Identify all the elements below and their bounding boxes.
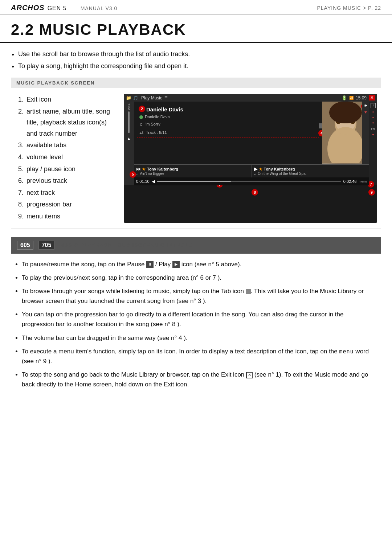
header-right: PLAYING MUSIC > P. 22 bbox=[317, 5, 381, 11]
right-dots-1: ● bbox=[372, 110, 374, 114]
progress-fill bbox=[157, 181, 231, 182]
manual-label: MANUAL V3.0 bbox=[81, 5, 118, 11]
mockup-artist-row: ★ Danielle Davis bbox=[139, 106, 317, 112]
next-artist-name: Tony Kaltenberg bbox=[264, 167, 295, 171]
num-4: 4. bbox=[15, 152, 24, 163]
signal-icon: 📶 bbox=[349, 96, 354, 100]
shuffle-icon: ⇄ bbox=[139, 130, 144, 135]
menu-label[interactable]: menu bbox=[359, 180, 367, 183]
page-title-section: 2.2 MUSIC PLAYBACK bbox=[0, 15, 392, 43]
skip-end-icon[interactable]: ⏭ bbox=[371, 127, 375, 131]
brand-name: ARCHOS bbox=[11, 4, 45, 12]
page-header: ARCHOS GEN 5 MANUAL V3.0 PLAYING MUSIC >… bbox=[0, 0, 392, 15]
num-7: 7. bbox=[15, 187, 24, 198]
time-current: 0:01:10 bbox=[136, 179, 150, 184]
badge-705: 705 bbox=[38, 241, 55, 250]
item-2-text: artist name, album title, song title, pl… bbox=[26, 106, 117, 139]
track-info: Track : 8/11 bbox=[146, 130, 167, 135]
progress-track[interactable] bbox=[157, 181, 341, 182]
badge-8: 8 bbox=[252, 189, 258, 196]
gen-label: GEN 5 bbox=[48, 5, 67, 12]
badge-2: 2 bbox=[139, 106, 145, 112]
time-display: 15:09 bbox=[356, 95, 367, 100]
track-bar: ⇄ Track : 8/11 bbox=[139, 130, 317, 135]
list-item-4: 4. volume level bbox=[15, 152, 117, 163]
rewind-icon[interactable]: ◀ bbox=[152, 179, 155, 184]
next-track-title: ▶ ★ Tony Kaltenberg bbox=[254, 167, 367, 172]
close-icon[interactable]: ✕ bbox=[369, 95, 375, 100]
exit-icon: ✕ bbox=[246, 372, 253, 378]
prev-song-title: Ain't no Biggee bbox=[140, 172, 164, 176]
num-1: 1. bbox=[15, 94, 24, 105]
list-item-2: 2. artist name, album title, song title,… bbox=[15, 106, 117, 139]
sidebar-arrow-up[interactable]: ▲ bbox=[127, 136, 131, 141]
page-title: 2.2 MUSIC PLAYBACK bbox=[11, 21, 381, 38]
list-item-6: 6. previous track bbox=[15, 175, 117, 186]
item-9-text: menu items bbox=[26, 211, 60, 222]
play-music-label: Play Music bbox=[141, 95, 162, 100]
list-item-7: 7. next track bbox=[15, 187, 117, 198]
num-5: 5. bbox=[15, 164, 24, 175]
song-title: I'm Sorry bbox=[144, 121, 160, 128]
list-item-8: 8. progression bar bbox=[15, 199, 117, 210]
info-panel: 2 ★ Danielle Davis Danielle Davis bbox=[134, 102, 322, 164]
prev-star-icon: ★ bbox=[142, 167, 146, 172]
info-image-row: 2 ★ Danielle Davis Danielle Davis bbox=[134, 102, 369, 164]
prev-track-title: ⏮ ★ Tony Kaltenberg bbox=[136, 167, 249, 172]
song-title-row: ♫ I'm Sorry bbox=[139, 121, 317, 128]
badge-605: 605 bbox=[17, 241, 33, 250]
header-left: ARCHOS GEN 5 MANUAL V3.0 bbox=[11, 4, 117, 12]
mockup-right-sidebar: i ● ● ● ⏭ ♥ bbox=[369, 102, 377, 185]
main-content: Use the scroll bar to browse through the… bbox=[0, 43, 392, 400]
intro-bullet-1: Use the scroll bar to browse through the… bbox=[18, 49, 381, 59]
pause-icon: II bbox=[146, 261, 154, 268]
screen-mockup: 📁 🎵 Play Music ☰ 🔋 📶 15:09 ✕ bbox=[124, 94, 377, 223]
tc-bullet-2: To play the previous/next song, tap in t… bbox=[22, 273, 377, 283]
numbered-list: 1. Exit icon 2. artist name, album title… bbox=[15, 94, 117, 223]
num-8: 8. bbox=[15, 199, 24, 210]
item-3-text: available tabs bbox=[26, 140, 66, 151]
heart-right-icon[interactable]: ♥ bbox=[372, 133, 374, 136]
right-dots-3: ● bbox=[372, 121, 374, 124]
intro-bullet-2: To play a song, highlight the correspond… bbox=[18, 61, 381, 71]
play-icon: ▶ bbox=[172, 261, 180, 268]
progress-bar-row: 0:01:10 ◀ 8 0:02:46 menu bbox=[134, 177, 369, 185]
tc-bullet-6: To execute a menu item's function, simpl… bbox=[22, 346, 377, 366]
list-item-1: 1. Exit icon bbox=[15, 94, 117, 105]
tc-bullet-3: To browse through your songs while liste… bbox=[22, 286, 377, 306]
tab-icon bbox=[246, 289, 251, 294]
next-star-icon: ★ bbox=[259, 167, 262, 172]
next-play-icon: ▶ bbox=[254, 167, 257, 172]
svg-rect-6 bbox=[329, 102, 362, 123]
volume-bar[interactable] bbox=[128, 111, 130, 133]
song-artist-row: Danielle Davis bbox=[139, 114, 317, 120]
note-icon: ♫ bbox=[139, 121, 143, 128]
prev-artist-name: Tony Kaltenberg bbox=[147, 167, 178, 171]
num-2: 2. bbox=[15, 106, 24, 139]
mockup-topbar: 📁 🎵 Play Music ☰ 🔋 📶 15:09 ✕ bbox=[124, 94, 377, 102]
item-8-text: progression bar bbox=[26, 199, 72, 210]
item-6-text: previous track bbox=[26, 175, 67, 186]
circle-icon bbox=[139, 115, 143, 119]
prev-note-icon: ♫ bbox=[136, 172, 139, 176]
tc-bullet-4: You can tap on the progression bar to go… bbox=[22, 309, 377, 329]
vol-icon: VOL bbox=[127, 103, 131, 110]
list-item-9: 9. menu items bbox=[15, 211, 117, 222]
folder-icon: 📁 bbox=[126, 95, 131, 100]
num-6: 6. bbox=[15, 175, 24, 186]
skip-back-icon[interactable]: ⏮ bbox=[364, 103, 368, 107]
tc-bullet-7: To stop the song and go back to the Musi… bbox=[22, 370, 377, 389]
num-9: 9. bbox=[15, 211, 24, 222]
track-controls-row: 5 ⏮ ★ Tony Kaltenberg ♫ Ain't bbox=[134, 164, 369, 177]
menu-word: menu bbox=[339, 348, 354, 355]
list-item-3: 3. available tabs bbox=[15, 140, 117, 151]
touchscreen-controls-header: 605 705 MUSIC PLAYBACK TOUCHSCREEN CONTR… bbox=[11, 237, 381, 254]
next-track-panel[interactable]: ▶ ★ Tony Kaltenberg ♫ On the Wing of the… bbox=[252, 165, 369, 177]
badge-5: 5 bbox=[130, 171, 136, 178]
topbar-left: 📁 🎵 Play Music ☰ bbox=[126, 95, 168, 100]
info-panel-border: 2 ★ Danielle Davis Danielle Davis bbox=[137, 104, 319, 138]
prev-icon: ⏮ bbox=[136, 167, 140, 172]
heart-icon[interactable]: ♥ bbox=[364, 110, 367, 115]
intro-bullet-list: Use the scroll bar to browse through the… bbox=[18, 49, 381, 71]
prev-track-panel[interactable]: ⏮ ★ Tony Kaltenberg ♫ Ain't no Biggee bbox=[134, 165, 252, 177]
